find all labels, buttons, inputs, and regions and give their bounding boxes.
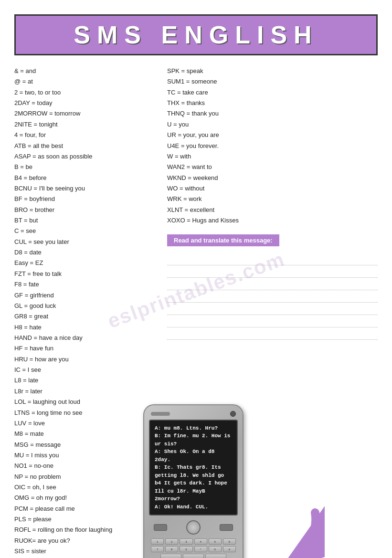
left-abbr-item: PCM = please call me: [14, 504, 153, 514]
left-abbr-item: 2DAY = today: [14, 98, 153, 108]
phone-msg-a: A: Ok! Hand. CUL.: [155, 503, 232, 511]
left-abbr-item: NO1 = no-one: [14, 461, 153, 471]
answer-line[interactable]: [167, 255, 378, 265]
page-title: SMS ENGLISH: [25, 21, 367, 49]
answer-line[interactable]: [167, 329, 378, 340]
phone-msg-a: A: Shes Ok. On a d8 2day.: [155, 448, 232, 463]
curved-arrow: [258, 503, 325, 558]
left-abbr-item: FZT = free to talk: [14, 269, 153, 279]
right-abbr-item: WRK = work: [167, 194, 378, 204]
left-abbr-item: RUOK= are you ok?: [14, 536, 153, 546]
right-abbr-item: SPK = speak: [167, 66, 378, 76]
phone: A: mu m8. Ltns. Hru?B: Im fine. mu 2. Ho…: [143, 404, 244, 558]
phone-top-bar: [149, 411, 238, 417]
phone-key-2[interactable]: 2: [165, 538, 178, 545]
left-abbr-item: OMG = oh my god!: [14, 493, 153, 503]
left-abbr-item: L8r = later: [14, 386, 153, 397]
left-abbr-item: B4 = before: [14, 173, 153, 183]
translate-label: Read and translate this message:: [167, 234, 279, 246]
right-abbr-item: XLNT = excellent: [167, 205, 378, 215]
right-abbr-item: WKND = weekend: [167, 173, 378, 183]
phone-key-4[interactable]: 4: [194, 538, 207, 545]
right-abbr-item: WAN2 = want to: [167, 162, 378, 172]
left-abbr-item: LUV = love: [14, 418, 153, 429]
phone-left-soft-key[interactable]: [154, 524, 167, 531]
phone-key-extra-1[interactable]: [160, 554, 181, 558]
phone-key-9[interactable]: 9: [180, 546, 192, 552]
left-abbr-item: 4 = four, for: [14, 130, 153, 140]
phone-msg-b: B: Im fine. mu 2. How is ur sis?: [155, 432, 232, 448]
left-abbr-item: ROFL = rolling on the floor laughing: [14, 525, 153, 535]
left-abbr-item: BF = boyfriend: [14, 194, 153, 204]
right-abbr-item: UR = your, you are: [167, 130, 378, 140]
left-abbr-item: OIC = oh, I see: [14, 482, 153, 493]
left-abbr-item: BCNU = I'll be seeing you: [14, 183, 153, 194]
phone-key-star[interactable]: *: [194, 546, 207, 552]
left-column: & = and@ = at2 = two, to or too2DAY = to…: [14, 66, 153, 557]
left-abbr-item: SIS = sister: [14, 546, 153, 557]
left-abbr-item: 2 = two, to or too: [14, 87, 153, 98]
phone-key-0[interactable]: 0: [209, 546, 222, 552]
phone-screen: A: mu m8. Ltns. Hru?B: Im fine. mu 2. Ho…: [149, 420, 238, 516]
phone-key-row-2: 7 8 9 * 0 #: [151, 546, 236, 552]
phone-nav-area: [149, 520, 238, 535]
right-abbr-item: U = you: [167, 119, 378, 130]
left-abbr-item: BT = but: [14, 215, 153, 226]
phone-key-extra-2[interactable]: [183, 554, 204, 558]
phone-nav-button[interactable]: [186, 520, 201, 535]
left-abbr-item: C = see: [14, 226, 153, 236]
right-abbr-item: SUM1 = someone: [167, 76, 378, 87]
phone-key-7[interactable]: 7: [151, 546, 164, 552]
phone-key-hash[interactable]: #: [223, 546, 236, 552]
right-abbr-item: THX = thanks: [167, 98, 378, 108]
left-abbr-item: F8 = fate: [14, 279, 153, 290]
answer-line[interactable]: [167, 317, 378, 327]
left-abbr-list: & = and@ = at2 = two, to or too2DAY = to…: [14, 66, 153, 557]
left-abbr-item: M8 = mate: [14, 429, 153, 439]
left-abbr-item: GR8 = great: [14, 311, 153, 322]
left-abbr-item: BRO = brother: [14, 205, 153, 215]
phone-key-6[interactable]: 6: [223, 538, 236, 545]
right-abbr-item: TC = take care: [167, 87, 378, 98]
left-abbr-item: @ = at: [14, 76, 153, 87]
left-abbr-item: H8 = hate: [14, 322, 153, 333]
left-abbr-item: HF = have fun: [14, 343, 153, 354]
left-abbr-item: HRU = how are you: [14, 354, 153, 365]
page-wrapper: eslprintables.com SMS ENGLISH & = and@ =…: [14, 14, 378, 558]
phone-key-row-3: [151, 554, 236, 558]
title-box: SMS ENGLISH: [14, 14, 378, 55]
phone-section: A: mu m8. Ltns. Hru?B: Im fine. mu 2. Ho…: [134, 404, 325, 558]
left-abbr-item: GL = good luck: [14, 301, 153, 311]
left-abbr-item: Easy = EZ: [14, 258, 153, 268]
phone-msg-a: A: mu m8. Ltns. Hru?: [155, 424, 232, 432]
right-abbr-item: XOXO = Hugs and Kisses: [167, 215, 378, 226]
left-abbr-item: IC = I see: [14, 365, 153, 375]
left-abbr-item: LOL = laughing out loud: [14, 397, 153, 407]
arrow-svg: [258, 503, 325, 558]
answer-line[interactable]: [167, 280, 378, 290]
phone-keyboard: 1 2 3 4 5 6 7 8 9 * 0 #: [149, 538, 238, 558]
answer-line[interactable]: [167, 292, 378, 303]
left-abbr-item: CUL = see you later: [14, 237, 153, 247]
left-abbr-item: B = be: [14, 162, 153, 172]
answer-line[interactable]: [167, 267, 378, 278]
answer-line[interactable]: [167, 305, 378, 315]
right-abbr-item: U4E = you forever.: [167, 141, 378, 151]
phone-key-3[interactable]: 3: [180, 538, 192, 545]
left-abbr-item: ATB = all the best: [14, 141, 153, 151]
right-abbr-list: SPK = speakSUM1 = someoneTC = take careT…: [167, 66, 378, 226]
phone-key-8[interactable]: 8: [165, 546, 178, 552]
phone-key-extra-3[interactable]: [205, 554, 226, 558]
phone-right-soft-key[interactable]: [220, 524, 233, 531]
phone-key-1[interactable]: 1: [151, 538, 164, 545]
left-abbr-item: MSG = message: [14, 440, 153, 450]
left-abbr-item: LTNS = long time no see: [14, 408, 153, 418]
left-abbr-item: 2NITE = tonight: [14, 119, 153, 130]
left-abbr-item: GF = girlfriend: [14, 290, 153, 301]
left-abbr-item: MU = I miss you: [14, 450, 153, 461]
phone-key-5[interactable]: 5: [209, 538, 222, 545]
left-abbr-item: ASAP = as soon as possible: [14, 151, 153, 162]
left-abbr-item: PLS = please: [14, 514, 153, 525]
answer-lines: [167, 255, 378, 340]
left-abbr-item: & = and: [14, 66, 153, 76]
